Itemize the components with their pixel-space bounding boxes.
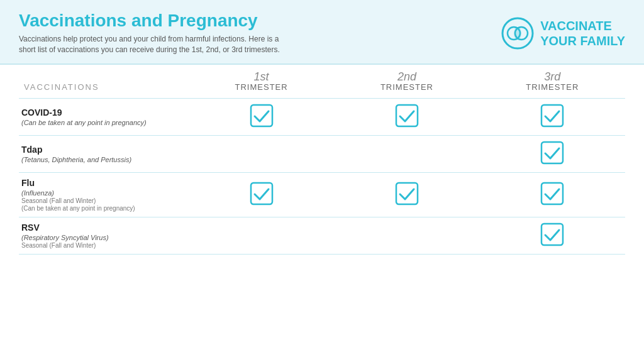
vaccinations-table: VACCINATIONS 1st TRIMESTER 2nd TRIMESTER…: [19, 65, 625, 255]
table-row: Tdap(Tetanus, Diphtheria, and Pertussis): [19, 136, 625, 173]
page-title: Vaccinations and Pregnancy: [19, 11, 289, 31]
svg-point-3: [514, 27, 521, 40]
vaccine-subtitle: (Respiratory Syncytial Virus): [21, 234, 184, 241]
checkmark-icon: [540, 104, 564, 128]
col-vaccinations-header: VACCINATIONS: [19, 65, 189, 99]
logo-text: VACCINATE YOUR FAMILY: [540, 18, 625, 48]
trimester-2-cell: [334, 217, 479, 255]
logo-icon: [501, 17, 534, 50]
logo-line1: VACCINATE: [540, 19, 612, 33]
trimester-2-cell: [334, 99, 479, 136]
trimester-1-cell: [189, 99, 334, 136]
checkmark-icon: [540, 222, 564, 246]
trimester-3-cell: [480, 136, 625, 173]
table-header: VACCINATIONS 1st TRIMESTER 2nd TRIMESTER…: [19, 65, 625, 99]
vaccine-subtitle: (Tetanus, Diphtheria, and Pertussis): [21, 156, 184, 163]
vaccine-note: (Can be taken at any point in pregnancy): [21, 205, 184, 212]
header-left: Vaccinations and Pregnancy Vaccinations …: [19, 11, 289, 55]
checkmark-icon: [540, 182, 564, 206]
trimester-1-cell: [189, 136, 334, 173]
checkmark-icon: [250, 182, 274, 206]
vaccine-note: Seasonal (Fall and Winter): [21, 197, 184, 204]
col-t2-header: 2nd TRIMESTER: [334, 65, 479, 99]
header-row: VACCINATIONS 1st TRIMESTER 2nd TRIMESTER…: [19, 65, 625, 99]
vaccine-name-cell: Flu(Influenza)Seasonal (Fall and Winter)…: [19, 173, 189, 217]
trimester-3-cell: [480, 217, 625, 255]
trimester-3-cell: [480, 173, 625, 217]
trimester-3-cell: [480, 99, 625, 136]
page-wrapper: Vaccinations and Pregnancy Vaccinations …: [0, 0, 644, 362]
vaccine-name: Flu: [21, 178, 184, 188]
vaccine-subtitle: (Can be taken at any point in pregnancy): [21, 119, 184, 126]
table-row: COVID-19(Can be taken at any point in pr…: [19, 99, 625, 136]
trimester-1-cell: [189, 217, 334, 255]
vaccine-name-cell: COVID-19(Can be taken at any point in pr…: [19, 99, 189, 136]
col-t1-header: 1st TRIMESTER: [189, 65, 334, 99]
trimester-2-cell: [334, 136, 479, 173]
vaccine-name: RSV: [21, 222, 184, 233]
trimester-1-cell: [189, 173, 334, 217]
page-subtitle: Vaccinations help protect you and your c…: [19, 34, 289, 55]
vaccine-name-cell: RSV(Respiratory Syncytial Virus)Seasonal…: [19, 217, 189, 255]
checkmark-icon: [395, 182, 419, 206]
logo-area: VACCINATE YOUR FAMILY: [501, 17, 625, 50]
table-row: Flu(Influenza)Seasonal (Fall and Winter)…: [19, 173, 625, 217]
table-area: VACCINATIONS 1st TRIMESTER 2nd TRIMESTER…: [0, 65, 644, 362]
header: Vaccinations and Pregnancy Vaccinations …: [0, 0, 644, 65]
vaccine-name: Tdap: [21, 145, 184, 155]
logo-line2: YOUR FAMILY: [540, 34, 625, 48]
checkmark-icon: [540, 141, 564, 165]
trimester-2-cell: [334, 173, 479, 217]
vaccine-subtitle: (Influenza): [21, 189, 184, 197]
checkmark-icon: [250, 104, 274, 128]
vaccine-note: Seasonal (Fall and Winter): [21, 242, 184, 249]
vaccine-name-cell: Tdap(Tetanus, Diphtheria, and Pertussis): [19, 136, 189, 173]
vaccine-name: COVID-19: [21, 107, 184, 118]
checkmark-icon: [395, 104, 419, 128]
table-row: RSV(Respiratory Syncytial Virus)Seasonal…: [19, 217, 625, 255]
col-t3-header: 3rd TRIMESTER: [480, 65, 625, 99]
table-body: COVID-19(Can be taken at any point in pr…: [19, 99, 625, 255]
